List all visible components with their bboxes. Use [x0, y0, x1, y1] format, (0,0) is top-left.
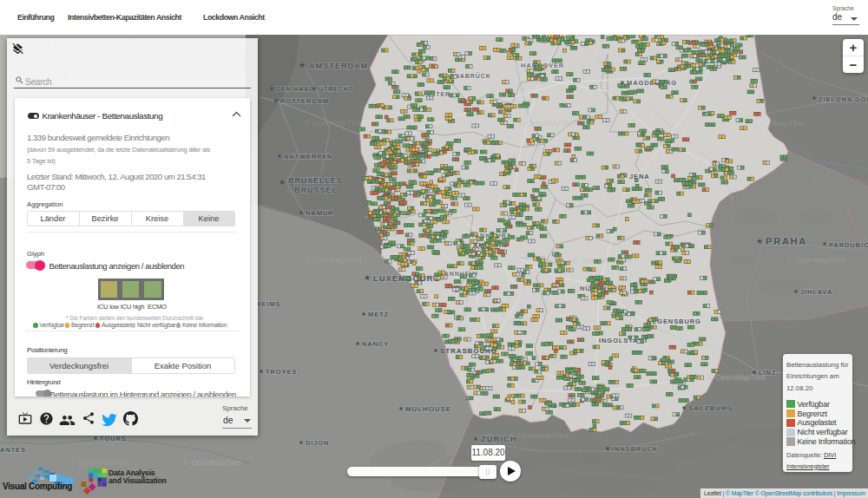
svg-text:© OpenMapTiles: © OpenMapTiles [510, 431, 569, 440]
svg-text:MULHOUSE: MULHOUSE [405, 405, 451, 413]
svg-text:© OpenMapTiles: © OpenMapTiles [518, 119, 577, 128]
svg-text:© OpenMapTiles: © OpenMapTiles [707, 373, 766, 382]
svg-text:- BRUSSEL: - BRUSSEL [288, 186, 338, 194]
svg-text:JIHLAVA: JIHLAVA [800, 288, 832, 296]
svg-text:ANTWERPEN: ANTWERPEN [284, 153, 332, 161]
svg-text:© OpenMapTiles: © OpenMapTiles [304, 256, 363, 265]
svg-text:DEN HAAG: DEN HAAG [276, 86, 315, 92]
svg-text:ANTES: ANTES [0, 446, 26, 454]
svg-text:PRAHA: PRAHA [766, 236, 807, 246]
svg-text:ROTTERDAM: ROTTERDAM [280, 97, 329, 105]
svg-text:UTRECHT: UTRECHT [319, 86, 353, 92]
svg-text:AMSTERDAM: AMSTERDAM [309, 62, 368, 70]
svg-text:★: ★ [364, 273, 371, 282]
svg-text:DIJON: DIJON [306, 439, 329, 447]
svg-text:INNSBRUCK: INNSBRUCK [612, 445, 658, 453]
svg-text:TROYES: TROYES [266, 368, 297, 376]
svg-text:PARDUBICE: PARDUBICE [829, 241, 868, 249]
svg-text:© OpenMapTiles: © OpenMapTiles [787, 256, 846, 265]
svg-text:TOURS: TOURS [100, 435, 127, 442]
svg-text:MAGDEBURG: MAGDEBURG [627, 79, 677, 87]
svg-text:BRUXELLES: BRUXELLES [288, 176, 343, 185]
svg-text:© OpenMapTiles: © OpenMapTiles [746, 119, 806, 128]
svg-text:★: ★ [756, 237, 763, 246]
svg-text:REIMS: REIMS [256, 300, 280, 308]
svg-text:★: ★ [299, 61, 306, 69]
svg-text:SALZBURG: SALZBURG [688, 404, 733, 412]
svg-text:METZ: METZ [368, 311, 389, 318]
svg-text:NAMUR: NAMUR [306, 209, 333, 217]
svg-text:JENA: JENA [629, 173, 650, 180]
svg-text:© OpenMapTiles: © OpenMapTiles [304, 119, 363, 128]
svg-text:NANCY: NANCY [362, 340, 389, 348]
svg-text:ZIELONA GÓRA: ZIELONA GÓRA [819, 95, 868, 103]
svg-text:★: ★ [279, 178, 286, 187]
